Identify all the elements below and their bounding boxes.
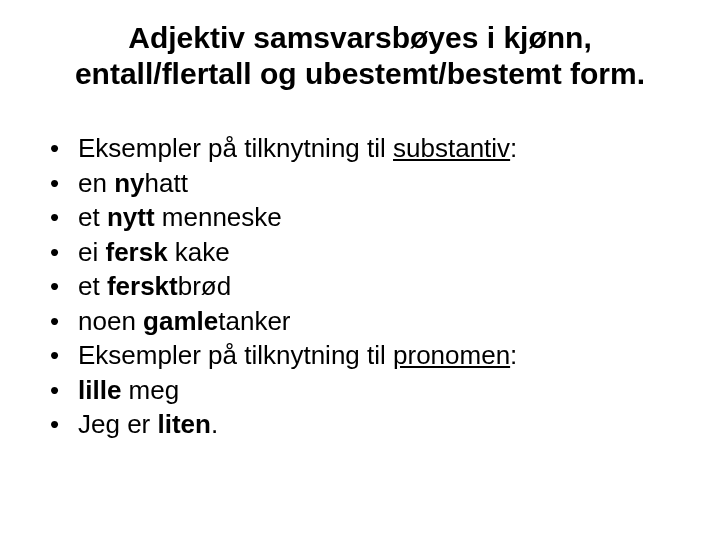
text-segment[interactable]: pronomen <box>393 340 510 370</box>
text-segment: et <box>78 202 107 232</box>
text-segment: ferskt <box>107 271 178 301</box>
slide-title: Adjektiv samsvarsbøyes i kjønn, entall/f… <box>40 20 680 92</box>
text-segment: : <box>510 133 517 163</box>
text-segment: kake <box>168 237 230 267</box>
text-segment: et <box>78 271 107 301</box>
text-segment: lille <box>78 375 121 405</box>
text-segment: fersk <box>105 237 167 267</box>
text-segment: . <box>211 409 218 439</box>
text-segment: liten <box>158 409 211 439</box>
text-segment: Eksempler på tilknytning til <box>78 340 393 370</box>
text-segment[interactable]: substantiv <box>393 133 510 163</box>
text-segment: noen <box>78 306 143 336</box>
bullet-item: noen gamletanker <box>50 305 690 338</box>
bullet-item: ei fersk kake <box>50 236 690 269</box>
text-segment: brød <box>178 271 231 301</box>
text-segment: gamle <box>143 306 218 336</box>
bullet-item: et nytt menneske <box>50 201 690 234</box>
bullet-item: et fersktbrød <box>50 270 690 303</box>
bullet-item: en nyhatt <box>50 167 690 200</box>
text-segment: menneske <box>155 202 282 232</box>
text-segment: ei <box>78 237 105 267</box>
text-segment: Jeg er <box>78 409 158 439</box>
text-segment: hatt <box>145 168 188 198</box>
text-segment: : <box>510 340 517 370</box>
text-segment: meg <box>121 375 179 405</box>
bullet-item: Jeg er liten. <box>50 408 690 441</box>
bullet-list: Eksempler på tilknytning til substantiv:… <box>30 132 690 441</box>
text-segment: en <box>78 168 114 198</box>
bullet-item: Eksempler på tilknytning til substantiv: <box>50 132 690 165</box>
text-segment: Eksempler på tilknytning til <box>78 133 393 163</box>
text-segment: nytt <box>107 202 155 232</box>
bullet-item: Eksempler på tilknytning til pronomen: <box>50 339 690 372</box>
bullet-item: lille meg <box>50 374 690 407</box>
text-segment: tanker <box>218 306 290 336</box>
text-segment: ny <box>114 168 144 198</box>
